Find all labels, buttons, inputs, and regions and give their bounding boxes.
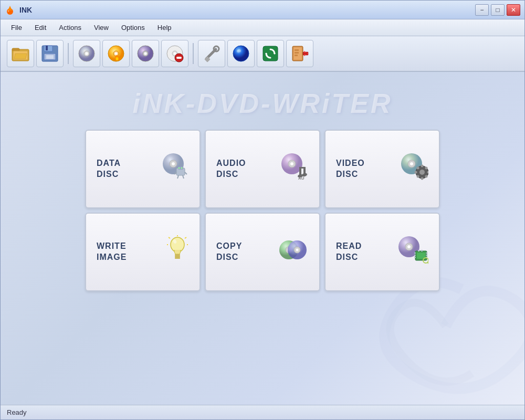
svg-point-25 (174, 52, 176, 55)
copy-disc-label: COPYDISC (216, 241, 242, 263)
svg-point-2 (8, 10, 9, 12)
app-icon (5, 5, 15, 15)
svg-point-71 (415, 171, 417, 174)
svg-point-70 (421, 177, 424, 180)
write-image-label: WRITEIMAGE (97, 241, 127, 263)
svg-rect-43 (304, 52, 307, 55)
window-title: INK (19, 6, 475, 14)
svg-point-68 (419, 170, 425, 175)
menu-options[interactable]: Options (115, 22, 151, 34)
read-disc-icon (394, 235, 428, 269)
title-bar: INK − □ ✕ (1, 1, 524, 19)
svg-point-14 (86, 52, 88, 55)
menu-actions[interactable]: Actions (52, 22, 88, 34)
save-button[interactable] (36, 40, 64, 67)
svg-rect-102 (426, 255, 427, 256)
menu-help[interactable]: Help (151, 22, 178, 34)
menu-file[interactable]: File (5, 22, 28, 34)
svg-rect-104 (418, 250, 419, 251)
data-disc-button[interactable]: DATADISC (85, 130, 201, 208)
svg-point-31 (233, 46, 249, 61)
svg-rect-101 (426, 253, 427, 254)
svg-line-107 (428, 262, 428, 264)
svg-line-52 (185, 172, 187, 174)
svg-point-46 (172, 162, 175, 165)
svg-rect-9 (46, 46, 48, 50)
write-image-icon (166, 235, 189, 269)
svg-point-49 (178, 167, 180, 169)
svg-marker-1 (8, 6, 12, 10)
svg-point-22 (144, 52, 147, 55)
svg-point-92 (296, 249, 299, 251)
update-button[interactable] (257, 40, 284, 67)
copy-disc-button[interactable]: COPYDISC (205, 213, 320, 291)
exit-button[interactable] (286, 40, 313, 67)
svg-point-75 (417, 175, 419, 178)
audio-disc-label: AUDIODISC (216, 158, 246, 180)
close-button[interactable]: ✕ (507, 4, 520, 16)
svg-point-95 (407, 245, 411, 248)
svg-point-76 (425, 167, 428, 170)
svg-line-84 (185, 237, 186, 238)
copy-disc-icon (277, 235, 309, 269)
watermark-text: iNK-DVD-WRiTER (132, 88, 392, 119)
svg-rect-79 (175, 256, 180, 257)
data-disc-icon (158, 152, 189, 186)
minimize-button[interactable]: − (475, 4, 489, 16)
svg-rect-39 (295, 52, 299, 54)
window-controls: − □ ✕ (475, 4, 520, 16)
menu-bar: File Edit Actions View Options Help (1, 19, 524, 36)
svg-rect-27 (176, 57, 182, 59)
status-text: Ready (7, 408, 27, 416)
menu-edit[interactable]: Edit (28, 22, 52, 34)
svg-rect-100 (414, 257, 416, 258)
svg-rect-98 (414, 253, 416, 254)
data-disc-label: DATADISC (97, 158, 121, 180)
svg-rect-80 (175, 257, 180, 259)
svg-text:AU: AU (298, 176, 304, 181)
svg-point-66 (410, 162, 413, 165)
main-area: iNK-DVD-WRiTER DATADISC (1, 72, 524, 405)
svg-line-83 (169, 237, 170, 238)
maximize-button[interactable]: □ (491, 4, 505, 16)
svg-point-69 (421, 165, 424, 167)
open-button[interactable] (7, 40, 34, 67)
svg-point-73 (417, 167, 419, 170)
audio-disc-icon: AU (277, 152, 309, 186)
svg-rect-105 (421, 250, 423, 251)
svg-rect-11 (46, 55, 54, 59)
burn-dvd-button[interactable] (102, 40, 130, 67)
svg-rect-40 (295, 55, 298, 56)
status-bar: Ready (1, 405, 524, 419)
svg-marker-6 (14, 54, 27, 59)
svg-rect-4 (12, 48, 19, 51)
svg-rect-8 (44, 46, 52, 51)
encode-button[interactable] (227, 40, 255, 67)
svg-point-57 (290, 162, 293, 165)
svg-point-77 (171, 237, 184, 252)
burn-disc-button[interactable] (73, 40, 100, 67)
toolbar-sep-2 (193, 43, 194, 64)
main-window: INK − □ ✕ File Edit Actions View Options… (0, 0, 525, 420)
svg-rect-78 (175, 254, 180, 256)
toolbar-sep-1 (68, 43, 69, 64)
action-grid: DATADISC (85, 130, 440, 291)
menu-view[interactable]: View (88, 22, 115, 34)
write-image-button[interactable]: WRITEIMAGE (85, 213, 201, 291)
video-disc-button[interactable]: VIDEODISC (324, 130, 440, 208)
svg-rect-99 (414, 255, 416, 256)
tools-button[interactable] (198, 40, 225, 67)
video-disc-label: VIDEODISC (336, 158, 365, 180)
read-disc-label: READDISC (336, 241, 362, 263)
svg-rect-38 (295, 49, 299, 51)
svg-point-50 (181, 167, 183, 169)
audio-disc-button[interactable]: AUDIODISC AU (205, 130, 320, 208)
svg-line-53 (177, 175, 178, 178)
video-disc-icon (397, 152, 428, 186)
copy-disc-button[interactable] (132, 40, 159, 67)
svg-line-54 (183, 175, 184, 178)
svg-point-17 (115, 52, 118, 55)
svg-point-19 (116, 57, 119, 60)
read-disc-button[interactable]: READDISC (324, 213, 440, 291)
erase-button[interactable] (161, 40, 188, 67)
